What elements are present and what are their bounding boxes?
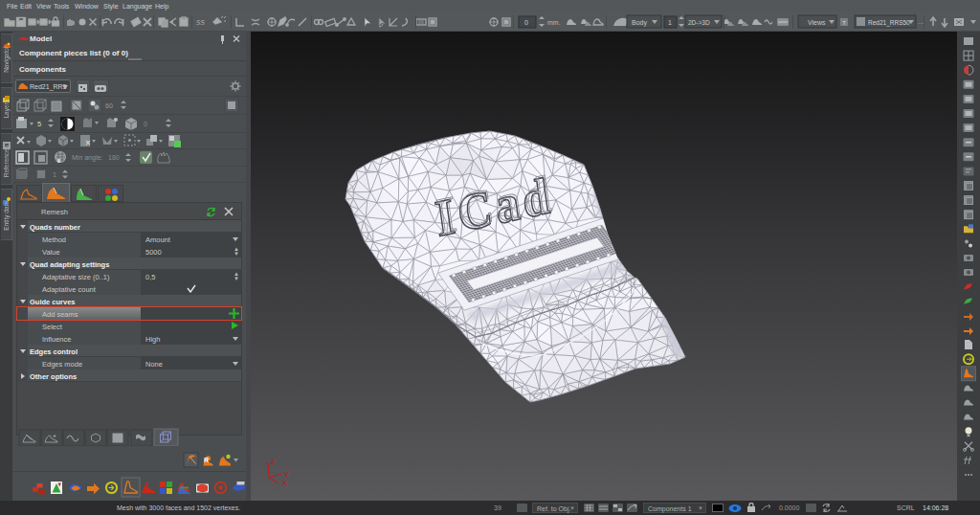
svg-text:0: 0 [144, 121, 147, 127]
svg-text:Z: Z [271, 459, 276, 465]
svg-text:2D->3D: 2D->3D [688, 19, 710, 26]
svg-text:180: 180 [108, 154, 120, 161]
svg-text:1: 1 [668, 19, 672, 26]
svg-text:...: ... [918, 17, 924, 26]
svg-text:ss: ss [196, 17, 206, 27]
svg-text:Min angle:: Min angle: [72, 154, 102, 162]
svg-text:5: 5 [37, 120, 41, 128]
svg-text:mm.: mm. [547, 19, 561, 26]
svg-text:1: 1 [53, 171, 56, 178]
svg-text:0: 0 [524, 19, 528, 26]
svg-text:X: X [282, 480, 287, 486]
svg-text:R: R [204, 457, 209, 463]
svg-text:Views: Views [808, 19, 826, 26]
svg-text:Body: Body [632, 19, 647, 27]
svg-text:Red21_RRS50: Red21_RRS50 [868, 19, 910, 27]
svg-text:T: T [842, 20, 846, 26]
svg-text:60: 60 [105, 102, 113, 109]
svg-text:Y: Y [284, 471, 289, 478]
